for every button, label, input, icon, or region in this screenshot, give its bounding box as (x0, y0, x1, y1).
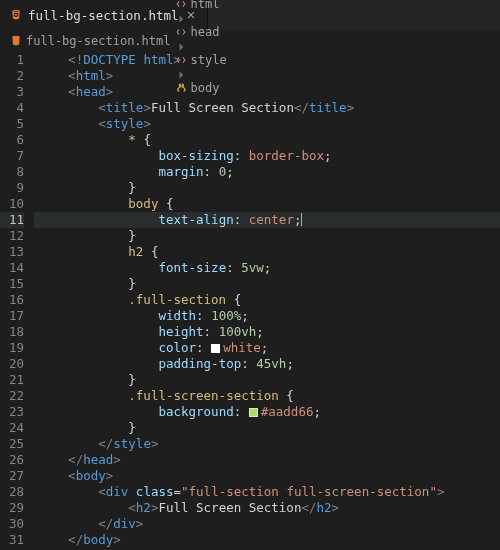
line-number: 5 (0, 116, 24, 132)
code-line[interactable]: font-size: 5vw; (34, 260, 500, 276)
line-number: 14 (0, 260, 24, 276)
breadcrumb-segment-label: head (191, 25, 220, 39)
breadcrumb-segment-label: html (191, 0, 220, 11)
code-line[interactable]: <html> (34, 68, 500, 84)
breadcrumb-segment-html[interactable]: html (175, 0, 220, 11)
line-number: 20 (0, 356, 24, 372)
chevron-right-icon (175, 13, 227, 25)
line-number: 16 (0, 292, 24, 308)
breadcrumb-segment-head[interactable]: head (175, 25, 220, 39)
line-number: 29 (0, 500, 24, 516)
code-content[interactable]: <!DOCTYPE html> <html> <head> <title>Ful… (34, 52, 500, 550)
code-line[interactable]: <title>Full Screen Section</title> (34, 100, 500, 116)
code-line[interactable]: </body> (34, 532, 500, 548)
line-number: 27 (0, 468, 24, 484)
code-line[interactable]: <h2>Full Screen Section</h2> (34, 500, 500, 516)
code-line[interactable]: h2 { (34, 244, 500, 260)
code-line[interactable]: <body> (34, 468, 500, 484)
color-swatch[interactable] (211, 344, 220, 353)
code-line[interactable]: margin: 0; (34, 164, 500, 180)
code-line[interactable]: .full-screen-section { (34, 388, 500, 404)
code-line[interactable]: } (34, 276, 500, 292)
code-line[interactable]: height: 100vh; (34, 324, 500, 340)
code-line[interactable]: } (34, 228, 500, 244)
breadcrumb-file-label: full-bg-section.html (26, 34, 171, 48)
code-line[interactable]: padding-top: 45vh; (34, 356, 500, 372)
line-number: 11 (0, 212, 24, 228)
line-number: 7 (0, 148, 24, 164)
editor-window: full-bg-section.html full-bg-section.htm… (0, 0, 500, 550)
file-tab-label: full-bg-section.html (28, 8, 179, 23)
line-number: 4 (0, 100, 24, 116)
color-swatch[interactable] (249, 408, 258, 417)
line-number-gutter: 1234567891011121314151617181920212223242… (0, 52, 34, 550)
line-number: 3 (0, 84, 24, 100)
line-number: 23 (0, 404, 24, 420)
line-number: 9 (0, 180, 24, 196)
line-number: 30 (0, 516, 24, 532)
text-cursor (301, 213, 302, 226)
code-line[interactable]: </div> (34, 516, 500, 532)
code-line[interactable]: } (34, 420, 500, 436)
code-editor[interactable]: 1234567891011121314151617181920212223242… (0, 52, 500, 550)
code-line[interactable]: </head> (34, 452, 500, 468)
line-number: 1 (0, 52, 24, 68)
code-line[interactable]: background: #aadd66; (34, 404, 500, 420)
code-line[interactable]: </style> (34, 436, 500, 452)
code-line[interactable]: <style> (34, 116, 500, 132)
line-number: 10 (0, 196, 24, 212)
tab-bar: full-bg-section.html (0, 0, 500, 30)
breadcrumb-file[interactable]: full-bg-section.html (10, 34, 171, 48)
line-number: 17 (0, 308, 24, 324)
code-line[interactable]: body { (34, 196, 500, 212)
html-file-icon (10, 9, 22, 21)
line-number: 19 (0, 340, 24, 356)
line-number: 25 (0, 436, 24, 452)
code-line[interactable]: width: 100%; (34, 308, 500, 324)
line-number: 6 (0, 132, 24, 148)
symbol-icon (175, 0, 187, 10)
code-line[interactable]: * { (34, 132, 500, 148)
code-line[interactable]: text-align: center; (34, 212, 500, 228)
line-number: 26 (0, 452, 24, 468)
line-number: 12 (0, 228, 24, 244)
code-line[interactable]: <!DOCTYPE html> (34, 52, 500, 68)
line-number: 8 (0, 164, 24, 180)
code-line[interactable]: color: white; (34, 340, 500, 356)
html-file-icon (10, 35, 22, 47)
line-number: 31 (0, 532, 24, 548)
line-number: 22 (0, 388, 24, 404)
code-line[interactable]: } (34, 180, 500, 196)
symbol-icon (175, 26, 187, 38)
line-number: 21 (0, 372, 24, 388)
line-number: 28 (0, 484, 24, 500)
line-number: 2 (0, 68, 24, 84)
code-line[interactable]: <head> (34, 84, 500, 100)
breadcrumb: full-bg-section.html htmlheadstylebody (0, 30, 500, 52)
line-number: 13 (0, 244, 24, 260)
code-line[interactable]: <div class="full-section full-screen-sec… (34, 484, 500, 500)
code-line[interactable]: .full-section { (34, 292, 500, 308)
code-line[interactable]: box-sizing: border-box; (34, 148, 500, 164)
line-number: 24 (0, 420, 24, 436)
code-line[interactable]: } (34, 372, 500, 388)
line-number: 15 (0, 276, 24, 292)
line-number: 18 (0, 324, 24, 340)
